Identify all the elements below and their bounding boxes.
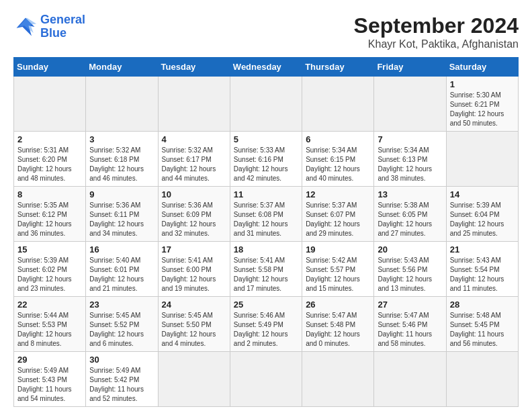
calendar-cell: 28Sunrise: 5:48 AMSunset: 5:45 PMDayligh… <box>446 297 518 352</box>
calendar-cell: 22Sunrise: 5:44 AMSunset: 5:53 PMDayligh… <box>14 297 86 352</box>
calendar-cell-empty <box>374 352 446 407</box>
calendar-cell: 20Sunrise: 5:43 AMSunset: 5:56 PMDayligh… <box>374 242 446 297</box>
calendar-cell <box>446 132 518 187</box>
weekday-header: Sunday <box>14 58 86 77</box>
calendar-cell: 16Sunrise: 5:40 AMSunset: 6:01 PMDayligh… <box>86 242 158 297</box>
weekday-header: Monday <box>86 58 158 77</box>
calendar-cell: 11Sunrise: 5:37 AMSunset: 6:08 PMDayligh… <box>230 187 302 242</box>
calendar-cell: 24Sunrise: 5:45 AMSunset: 5:50 PMDayligh… <box>158 297 230 352</box>
calendar-cell: 1Sunrise: 5:30 AMSunset: 6:21 PMDaylight… <box>446 77 518 132</box>
calendar-week-row: 2Sunrise: 5:31 AMSunset: 6:20 PMDaylight… <box>14 132 519 187</box>
calendar-cell: 21Sunrise: 5:43 AMSunset: 5:54 PMDayligh… <box>446 242 518 297</box>
weekday-header: Tuesday <box>158 58 230 77</box>
calendar-cell-empty <box>302 77 374 132</box>
calendar-week-row: 8Sunrise: 5:35 AMSunset: 6:12 PMDaylight… <box>14 187 519 242</box>
weekday-header: Thursday <box>302 58 374 77</box>
calendar-cell: 23Sunrise: 5:45 AMSunset: 5:52 PMDayligh… <box>86 297 158 352</box>
logo: General Blue <box>13 13 85 40</box>
page-header: General Blue September 2024 Khayr Kot, P… <box>13 13 519 50</box>
calendar-cell-empty <box>374 77 446 132</box>
calendar-cell: 19Sunrise: 5:42 AMSunset: 5:57 PMDayligh… <box>302 242 374 297</box>
calendar-table: SundayMondayTuesdayWednesdayThursdayFrid… <box>13 57 519 407</box>
calendar-week-row: 29Sunrise: 5:49 AMSunset: 5:43 PMDayligh… <box>14 352 519 407</box>
calendar-cell: 5Sunrise: 5:33 AMSunset: 6:16 PMDaylight… <box>230 132 302 187</box>
calendar-cell: 29Sunrise: 5:49 AMSunset: 5:43 PMDayligh… <box>14 352 86 407</box>
calendar-cell: 4Sunrise: 5:32 AMSunset: 6:17 PMDaylight… <box>158 132 230 187</box>
calendar-cell: 26Sunrise: 5:47 AMSunset: 5:48 PMDayligh… <box>302 297 374 352</box>
calendar-cell-empty <box>14 77 86 132</box>
weekday-header: Saturday <box>446 58 518 77</box>
calendar-week-row: 1Sunrise: 5:30 AMSunset: 6:21 PMDaylight… <box>14 77 519 132</box>
calendar-cell-empty <box>302 352 374 407</box>
title-block: September 2024 Khayr Kot, Paktika, Afgha… <box>354 13 519 50</box>
calendar-cell-empty <box>86 77 158 132</box>
calendar-cell: 14Sunrise: 5:39 AMSunset: 6:04 PMDayligh… <box>446 187 518 242</box>
calendar-title: September 2024 <box>354 13 519 38</box>
logo-icon <box>13 15 38 39</box>
calendar-cell: 8Sunrise: 5:35 AMSunset: 6:12 PMDaylight… <box>14 187 86 242</box>
calendar-subtitle: Khayr Kot, Paktika, Afghanistan <box>354 38 519 50</box>
calendar-cell: 13Sunrise: 5:38 AMSunset: 6:05 PMDayligh… <box>374 187 446 242</box>
calendar-cell: 15Sunrise: 5:39 AMSunset: 6:02 PMDayligh… <box>14 242 86 297</box>
calendar-cell: 2Sunrise: 5:31 AMSunset: 6:20 PMDaylight… <box>14 132 86 187</box>
calendar-cell-empty <box>230 352 302 407</box>
calendar-cell: 9Sunrise: 5:36 AMSunset: 6:11 PMDaylight… <box>86 187 158 242</box>
calendar-cell: 25Sunrise: 5:46 AMSunset: 5:49 PMDayligh… <box>230 297 302 352</box>
calendar-cell-empty <box>158 352 230 407</box>
calendar-cell: 3Sunrise: 5:32 AMSunset: 6:18 PMDaylight… <box>86 132 158 187</box>
weekday-header: Wednesday <box>230 58 302 77</box>
calendar-week-row: 22Sunrise: 5:44 AMSunset: 5:53 PMDayligh… <box>14 297 519 352</box>
calendar-cell-empty <box>158 77 230 132</box>
calendar-week-row: 15Sunrise: 5:39 AMSunset: 6:02 PMDayligh… <box>14 242 519 297</box>
weekday-header-row: SundayMondayTuesdayWednesdayThursdayFrid… <box>14 58 519 77</box>
calendar-cell: 7Sunrise: 5:34 AMSunset: 6:13 PMDaylight… <box>374 132 446 187</box>
calendar-cell-empty <box>230 77 302 132</box>
calendar-cell-empty <box>446 352 518 407</box>
calendar-cell: 17Sunrise: 5:41 AMSunset: 6:00 PMDayligh… <box>158 242 230 297</box>
calendar-cell: 12Sunrise: 5:37 AMSunset: 6:07 PMDayligh… <box>302 187 374 242</box>
calendar-cell: 6Sunrise: 5:34 AMSunset: 6:15 PMDaylight… <box>302 132 374 187</box>
calendar-cell: 30Sunrise: 5:49 AMSunset: 5:42 PMDayligh… <box>86 352 158 407</box>
calendar-cell: 27Sunrise: 5:47 AMSunset: 5:46 PMDayligh… <box>374 297 446 352</box>
logo-text: General Blue <box>40 13 85 40</box>
calendar-cell: 18Sunrise: 5:41 AMSunset: 5:58 PMDayligh… <box>230 242 302 297</box>
weekday-header: Friday <box>374 58 446 77</box>
calendar-cell: 10Sunrise: 5:36 AMSunset: 6:09 PMDayligh… <box>158 187 230 242</box>
